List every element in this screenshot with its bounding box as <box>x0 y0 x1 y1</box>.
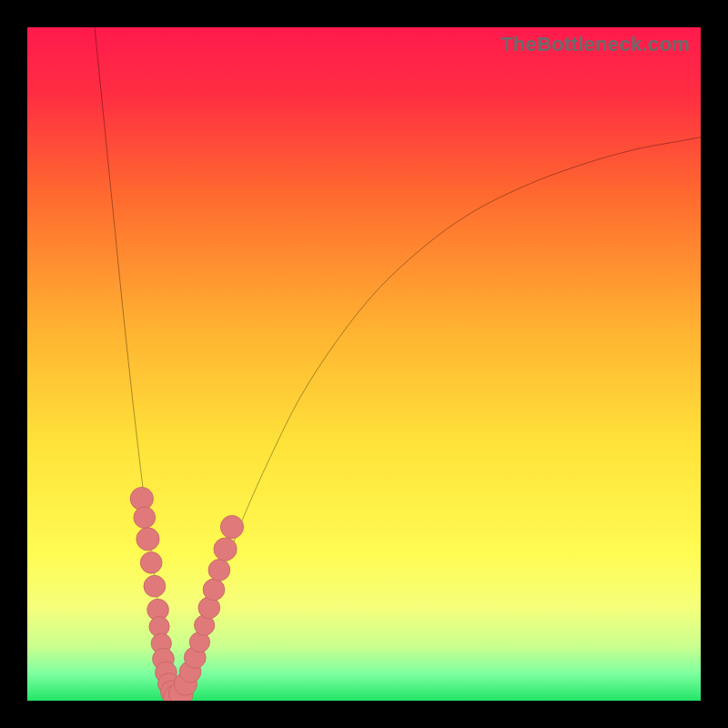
data-dot <box>140 551 162 573</box>
curve-left-branch <box>95 27 176 701</box>
plot-area: TheBottleneck.com <box>27 27 701 701</box>
chart-frame: TheBottleneck.com <box>0 0 728 728</box>
data-dot <box>136 528 159 551</box>
data-dot <box>208 560 230 581</box>
curve-right-branch <box>176 137 701 701</box>
data-dot <box>214 538 237 561</box>
curves-layer <box>27 27 701 701</box>
data-dot <box>144 575 166 597</box>
data-dot <box>220 516 243 539</box>
data-dot <box>134 507 156 529</box>
data-dot <box>203 579 225 601</box>
